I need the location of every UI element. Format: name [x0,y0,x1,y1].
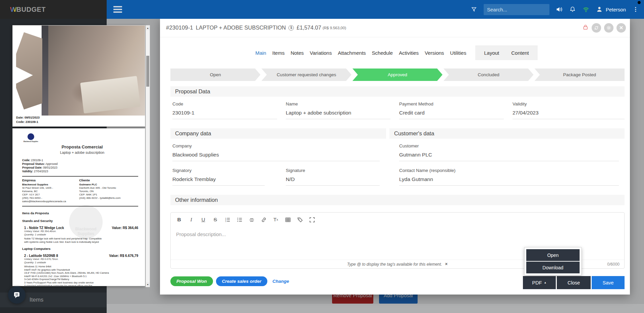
modal-header: #230109-1 LAPTOP + ADOBE SUBSCRIPTION $ … [160,18,630,37]
section-other-information: Other information [170,195,625,205]
scrollbar-thumb[interactable] [146,56,149,87]
pdf-cover-page[interactable]: Date: 09/01/2023 Code: 230109-1 [12,25,145,127]
table-icon[interactable] [283,215,292,224]
field-name-label: Name [286,101,390,106]
text-line: (250) 763-9453 - [22,196,79,200]
change-link[interactable]: Change [272,279,289,284]
caret-up-icon: ▲ [544,281,547,284]
fullscreen-icon[interactable] [308,215,316,224]
section-company-data: Company data [170,128,386,139]
editor-placeholder[interactable]: Proposal description... [171,227,624,242]
tag-icon[interactable] [296,215,304,224]
item1-value: Value: R$ 364,46 [112,226,138,230]
company-address: St Paul Street 106, 1405 -Kelowna, BCCEP… [22,186,79,203]
hint-close-icon[interactable]: ✕ [445,262,448,266]
close-button[interactable]: Close [557,276,591,289]
clear-format-icon[interactable]: Tx [271,215,280,224]
meta-value: 27/04/2023 [34,170,48,173]
create-sales-order-button[interactable]: Create sales order [216,276,268,286]
field-company-value[interactable]: Blackwood Supplies [172,152,380,161]
field-validity: Validity 27/04/2023 [513,101,625,119]
align-icon[interactable] [247,215,256,224]
tab-items[interactable]: Items [269,47,288,59]
refresh-button[interactable] [592,23,601,33]
search-input[interactable] [484,4,549,15]
company-logo [28,133,34,140]
field-signature-value[interactable]: N/D [286,176,380,186]
meta-line: Proposal Date: 09/01/2023 [22,166,142,170]
pdf-scrollbar[interactable]: ▲ ▼ [146,25,150,287]
user-icon [596,6,603,13]
scroll-down-icon[interactable]: ▼ [146,282,150,287]
wifi-icon[interactable] [582,6,590,13]
document-meta: Code: 230109-1 Proposal Status: Approved… [22,159,142,173]
chat-button[interactable] [8,286,25,304]
settings-button[interactable] [604,23,613,33]
text-line: 3-Cell 42Whr ExpressChargeTM Battery [24,278,142,281]
field-name-value[interactable]: Laptop + adobe subscription [286,110,390,119]
meta-label: Validity: [22,170,33,173]
italic-icon[interactable]: I [187,215,196,224]
proposal-won-button[interactable]: Proposal Won [170,276,213,286]
clear-format-x: x [276,218,278,221]
modal-title: #230109-1 LAPTOP + ADOBE SUBSCRIPTION $ … [166,25,346,31]
ordered-list-icon[interactable]: 123 [223,215,232,224]
bell-icon[interactable] [569,6,576,13]
text-line: Kelowna, BC [22,190,79,193]
proposal-name: LAPTOP + ADOBE SUBSCRIPTION [196,25,286,31]
tab-variations[interactable]: Variations [307,47,335,59]
cover-date-line: Date: 09/01/2023 [16,116,40,120]
field-code-value[interactable]: 230109-1 [172,110,277,119]
item2-row: 2 - Latitude 5520NB 8 Value: R$ 6.676,79 [22,254,142,258]
field-signatory-value[interactable]: Roderick Tremblay [172,176,265,186]
tab-notes[interactable]: Notes [287,47,307,59]
app-screen: WBUDGET [0,0,644,313]
field-signature-label: Signature [286,168,380,173]
client-column: Cliente Gutmann PLC Danforth Ave 395 - O… [79,179,136,203]
meta-label: Code: [22,159,30,162]
field-contact-value[interactable]: Lyda Gutmann [399,176,619,186]
filter-icon[interactable] [470,6,478,13]
field-customer-value[interactable]: Gutmann PLC [399,152,619,161]
link-icon[interactable] [259,215,268,224]
pdf-download-option[interactable]: Download [526,262,580,273]
unordered-list-icon[interactable] [235,215,244,224]
text-line: Intel® Wi-Fi 6 AX201 2x2 .11ax 160MHz + … [24,275,142,278]
scroll-up-icon[interactable]: ▲ [146,26,150,30]
svg-text:3: 3 [225,220,226,222]
speaker-icon[interactable] [555,6,563,13]
underline-icon[interactable]: U [199,215,208,224]
tab-utilities[interactable]: Utilities [447,47,469,59]
text-line: Intel® Iris® Xe graphics with Thunderbol… [24,268,142,272]
tab-content[interactable]: Content [505,47,535,59]
editor-hint-text: Type @ to display the tag's available fo… [347,262,442,267]
strikethrough-icon[interactable]: S [211,215,220,224]
save-button[interactable]: Save [592,276,625,289]
tab-schedule[interactable]: Schedule [369,47,396,59]
lock-icon [582,24,589,32]
step-open[interactable]: Open [170,69,260,81]
tab-activities[interactable]: Activities [396,47,422,59]
tab-main[interactable]: Main [252,47,269,59]
pdf-open-option[interactable]: Open [526,249,580,261]
pdf-document-page[interactable]: Blackwood Supplies Blackwood Supplies Pr… [12,128,145,286]
step-concluded[interactable]: Concluded [443,69,533,81]
tab-attachments[interactable]: Attachments [335,47,369,59]
meta-line: Validity: 27/04/2023 [22,170,142,173]
step-package-posted[interactable]: Package Posted [535,69,625,81]
tab-layout[interactable]: Layout [478,47,505,59]
pdf-button[interactable]: PDF ▲ [523,276,556,289]
menu-icon[interactable] [113,6,122,13]
kebab-menu-icon[interactable] [632,6,639,13]
field-payment-value[interactable]: Credit card [399,110,504,119]
field-validity-value[interactable]: 27/04/2023 [513,110,625,119]
modal-close-button[interactable]: ✕ [616,23,626,33]
user-menu[interactable]: Peterson [596,6,626,13]
bold-icon[interactable]: B [175,215,183,224]
step-customer-requested-changes[interactable]: Customer requested changes [261,69,351,81]
tab-versions[interactable]: Versions [422,47,447,59]
section-customer-data: Customer's data [389,128,625,139]
currency-icon: $ [288,25,294,31]
step-approved[interactable]: Approved [353,69,442,81]
field-contact-label: Contact Name (responsible) [399,168,619,173]
